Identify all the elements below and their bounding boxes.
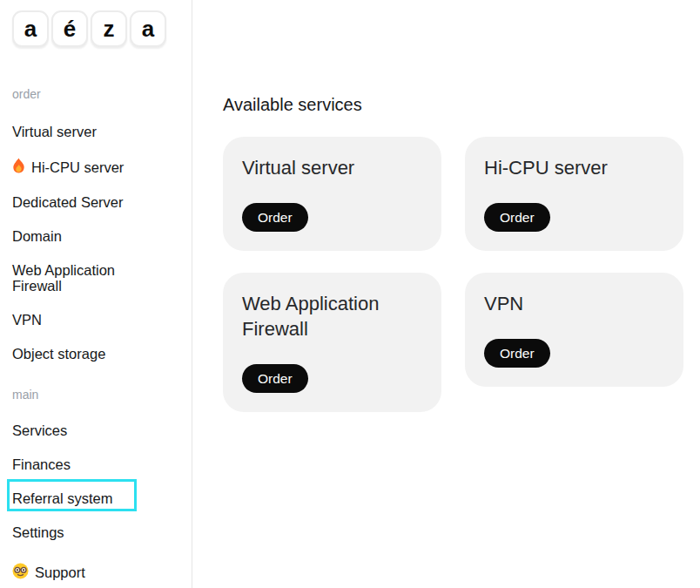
service-card-virtual-server: Virtual server Order xyxy=(223,137,441,251)
sidebar-section-label-order: order xyxy=(12,87,41,101)
nerd-face-icon xyxy=(12,563,29,582)
sidebar-item-label: Hi-CPU server xyxy=(31,159,124,175)
sidebar-item-services[interactable]: Services xyxy=(12,422,67,438)
sidebar-item-label: Support xyxy=(35,564,85,580)
order-button[interactable]: Order xyxy=(484,339,550,368)
page-title: Available services xyxy=(223,95,362,115)
service-card-vpn: VPN Order xyxy=(465,273,683,387)
sidebar-item-referral-wrap: Referral system xyxy=(12,490,113,506)
sidebar-item-hicpu-server[interactable]: Hi-CPU server xyxy=(12,158,124,176)
sidebar-item-referral-system[interactable]: Referral system xyxy=(12,490,113,506)
order-button[interactable]: Order xyxy=(242,203,308,232)
sidebar: a é z a order Virtual server Hi-CPU serv… xyxy=(0,0,192,588)
logo-letter: z xyxy=(91,10,127,47)
sidebar-item-support[interactable]: Support xyxy=(12,563,85,582)
sidebar-item-vpn[interactable]: VPN xyxy=(12,312,42,328)
logo-letter: a xyxy=(130,10,166,47)
sidebar-section-label-main: main xyxy=(12,388,38,402)
logo-letter: é xyxy=(51,10,88,47)
service-card-hicpu-server: Hi-CPU server Order xyxy=(465,137,683,251)
card-title: Web Application Firewall xyxy=(242,291,422,341)
card-title: VPN xyxy=(484,291,664,316)
sidebar-item-settings[interactable]: Settings xyxy=(12,524,64,540)
sidebar-item-finances[interactable]: Finances xyxy=(12,456,71,472)
sidebar-item-dedicated-server[interactable]: Dedicated Server xyxy=(12,194,123,210)
order-button[interactable]: Order xyxy=(242,364,308,393)
flame-icon xyxy=(12,158,25,176)
card-title: Hi-CPU server xyxy=(484,155,664,180)
aeza-logo[interactable]: a é z a xyxy=(12,10,166,47)
order-button[interactable]: Order xyxy=(484,203,550,232)
sidebar-item-object-storage[interactable]: Object storage xyxy=(12,346,105,362)
service-card-web-application-firewall: Web Application Firewall Order xyxy=(223,273,441,412)
logo-letter: a xyxy=(12,10,49,47)
card-title: Virtual server xyxy=(242,155,422,180)
sidebar-item-virtual-server[interactable]: Virtual server xyxy=(12,124,97,139)
sidebar-item-web-application-firewall[interactable]: Web Application Firewall xyxy=(12,262,151,294)
sidebar-item-domain[interactable]: Domain xyxy=(12,228,62,244)
service-cards-grid: Virtual server Order Hi-CPU server Order… xyxy=(223,137,683,412)
